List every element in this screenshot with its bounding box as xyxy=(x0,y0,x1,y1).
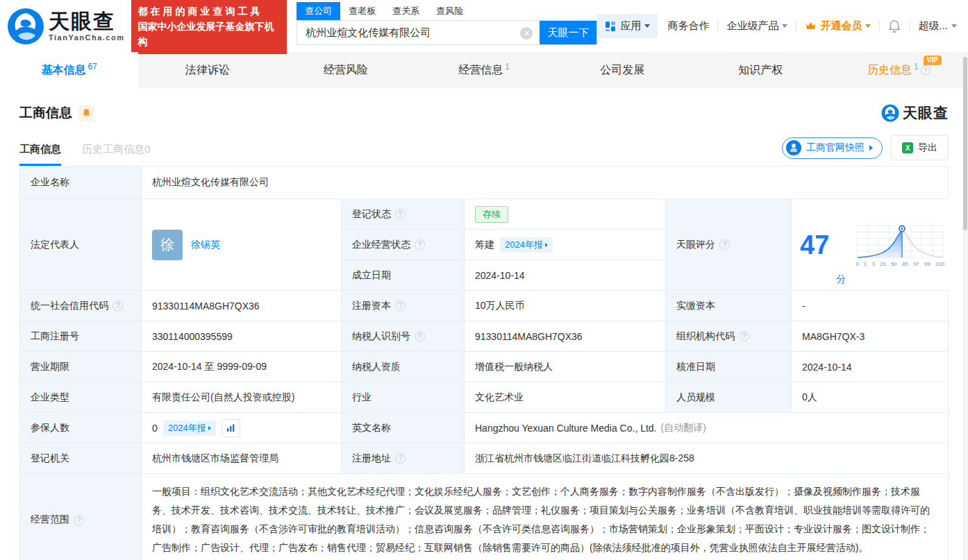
axis-tick: 50 xyxy=(891,261,897,267)
tab-count: 1 xyxy=(505,62,510,71)
nav-enterprise[interactable]: 企业级产品 xyxy=(726,19,787,33)
slogan-banner: 都在用的商业查询工具 国家中小企业发展子基金旗下机构 xyxy=(131,0,287,54)
table-row: 企业类型有限责任公司(自然人投资或控股)行业文化艺术业人员规模0人 xyxy=(20,382,948,413)
tab-label: 知识产权 xyxy=(738,63,783,78)
table-row: 经营范围 一般项目：组织文化艺术交流活动；其他文化艺术经纪代理；文化娱乐经纪人服… xyxy=(20,474,948,560)
field-value: 10万人民币 xyxy=(465,291,666,321)
scrollbar[interactable] xyxy=(962,53,968,560)
field-label: 统一社会信用代码 xyxy=(20,291,142,321)
tab-basic-info[interactable]: 基本信息 67 xyxy=(0,52,138,88)
score-value: 47 xyxy=(800,232,829,258)
field-label: 注册资本 xyxy=(342,291,465,321)
tab-business-info[interactable]: 经营信息 1 xyxy=(415,52,553,88)
annual-report-badge[interactable]: 2024年报 xyxy=(500,237,553,253)
bell-icon xyxy=(82,108,91,118)
field-label-text: 实缴资本 xyxy=(676,300,715,312)
table-row: 统一社会信用代码91330114MA8GH7QX36注册资本10万人民币实缴资本… xyxy=(20,291,948,321)
divider xyxy=(909,21,910,31)
subtab-history-registration[interactable]: 历史工商信息0 xyxy=(82,143,150,166)
search-tab-company[interactable]: 查公司 xyxy=(297,2,340,20)
help-icon[interactable] xyxy=(395,300,406,311)
field-label: 企业名称 xyxy=(20,167,142,198)
official-snapshot-button[interactable]: 工商官网快照 xyxy=(782,137,883,159)
search-box: ✕ 天眼一下 xyxy=(297,20,597,45)
table-row: 企业经营状态 筹建 2024年报 xyxy=(342,230,665,260)
search-tab-relation[interactable]: 查关系 xyxy=(384,2,428,20)
tab-label: 法律诉讼 xyxy=(185,63,230,78)
logo-text: 天眼查 TianYanCha.com xyxy=(49,11,124,42)
field-label: 参保人数 xyxy=(20,413,142,443)
notification-bell[interactable] xyxy=(888,19,901,33)
arrow-right-icon xyxy=(869,145,873,151)
help-icon[interactable] xyxy=(739,331,749,341)
help-icon[interactable] xyxy=(112,300,123,311)
logo-cn: 天眼查 xyxy=(49,11,124,32)
field-value: Hangzhou Yexuan Culture Media Co., Ltd. … xyxy=(465,413,948,443)
page: 天眼查 TianYanCha.com 都在用的商业查询工具 国家中小企业发展子基… xyxy=(0,0,968,560)
tab-history-info[interactable]: VIP 历史信息 1 xyxy=(830,52,968,88)
official-snapshot-label: 工商官网快照 xyxy=(806,142,865,154)
axis-tick: 97 xyxy=(913,261,919,267)
table-row: 登记状态 存续 xyxy=(342,199,665,230)
nav-apps[interactable]: 应用 xyxy=(597,14,658,38)
field-label-text: 企业类型 xyxy=(31,391,69,404)
help-icon[interactable] xyxy=(415,239,425,250)
export-button[interactable]: 导出 xyxy=(891,135,949,160)
help-icon[interactable] xyxy=(921,65,931,75)
field-value: 存续 xyxy=(465,199,665,229)
help-icon[interactable] xyxy=(74,515,84,525)
slogan-line1: 都在用的商业查询工具 xyxy=(137,3,281,19)
tab-legal-proceedings[interactable]: 法律诉讼 xyxy=(138,52,276,88)
field-label: 纳税人资质 xyxy=(342,352,465,382)
insured-value: 0 xyxy=(152,423,158,434)
field-label: 行业 xyxy=(342,382,465,412)
search-input[interactable] xyxy=(297,21,540,44)
company-name-label: 企业名称 xyxy=(31,176,69,189)
bell-curve-chart xyxy=(856,223,944,260)
insured-trend-chart-button[interactable] xyxy=(222,419,240,437)
search-tab-risk[interactable]: 查风险 xyxy=(428,2,472,20)
table-row: 企业名称 杭州业煊文化传媒有限公司 xyxy=(20,167,948,199)
nav-cooperation[interactable]: 商务合作 xyxy=(667,19,709,33)
nav-open-vip[interactable]: 开通会员 xyxy=(805,19,871,33)
search-tab-boss[interactable]: 查老板 xyxy=(340,2,384,20)
tab-operational-risk[interactable]: 经营风险 xyxy=(276,52,415,88)
field-label-text: 组织机构代码 xyxy=(676,330,735,343)
help-icon[interactable] xyxy=(415,331,425,341)
tab-company-development[interactable]: 公司发展 xyxy=(553,52,692,88)
bell-icon xyxy=(888,19,901,33)
scrollbar-thumb[interactable] xyxy=(963,57,967,230)
english-name-value: Hangzhou Yexuan Culture Media Co., Ltd. xyxy=(475,423,657,434)
tab-label: 经营信息 xyxy=(458,63,503,78)
field-label-text: 工商注册号 xyxy=(31,330,79,343)
axis-tick: 15 xyxy=(880,261,886,267)
divider xyxy=(717,21,718,31)
tab-count: 67 xyxy=(87,62,97,71)
watermark-logo: 天眼查 xyxy=(881,103,949,123)
legal-rep-link[interactable]: 徐锡英 xyxy=(191,239,220,251)
subtab-business-registration[interactable]: 工商信息 xyxy=(19,143,61,166)
field-label: 经营范围 xyxy=(20,474,142,560)
field-label: 核准日期 xyxy=(666,352,792,382)
help-icon[interactable] xyxy=(395,209,406,219)
tianyancha-logo[interactable]: 天眼查 TianYanCha.com xyxy=(7,8,124,45)
help-icon[interactable] xyxy=(719,239,730,250)
axis-tick: 0 xyxy=(856,261,858,267)
company-name-value: 杭州业煊文化传媒有限公司 xyxy=(152,176,269,189)
annual-report-badge[interactable]: 2024年报 xyxy=(163,421,216,436)
tab-intellectual-property[interactable]: 知识产权 xyxy=(692,52,830,88)
tab-label: 经营风险 xyxy=(324,63,368,78)
table-row: 营业期限2024-10-14 至 9999-09-09纳税人资质增值税一般纳税人… xyxy=(20,352,948,382)
nav-super-vip[interactable]: 超级... xyxy=(918,19,957,33)
field-label: 企业类型 xyxy=(20,382,142,412)
registry-label: 登记机关 xyxy=(31,452,69,465)
slogan-line2: 国家中小企业发展子基金旗下机构 xyxy=(137,19,281,49)
field-label-text: 行业 xyxy=(352,391,372,404)
axis-tick: 100 xyxy=(935,261,944,267)
search-button[interactable]: 天眼一下 xyxy=(540,21,596,44)
subscribe-bell-button[interactable] xyxy=(78,105,94,121)
section-title: 工商信息 xyxy=(19,104,72,122)
field-value: 91330114MA8GH7QX36 xyxy=(142,291,342,321)
help-icon[interactable] xyxy=(395,453,406,464)
field-label: 组织机构代码 xyxy=(666,321,792,351)
